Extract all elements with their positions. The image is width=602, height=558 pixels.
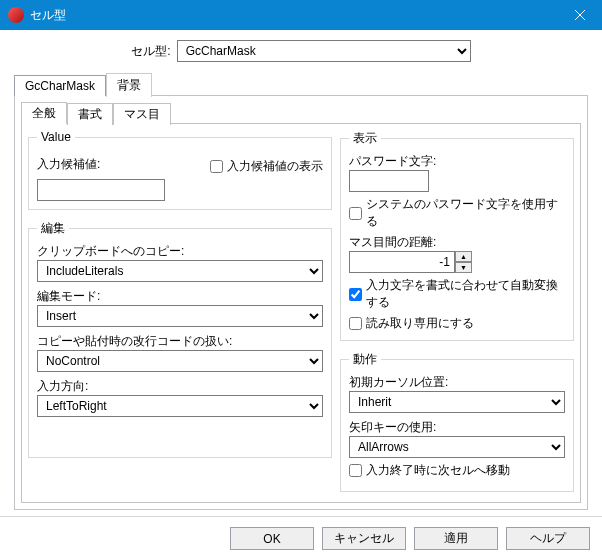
app-icon xyxy=(8,7,24,23)
syspw-text: システムのパスワード文字を使用する xyxy=(366,196,565,230)
main-tabs: GcCharMask 背景 xyxy=(14,72,588,96)
group-value-legend: Value xyxy=(37,130,75,144)
tab-label: GcCharMask xyxy=(25,79,95,93)
close-button[interactable] xyxy=(557,0,602,30)
clipboard-select[interactable]: IncludeLiterals xyxy=(37,260,323,282)
cancel-button[interactable]: キャンセル xyxy=(322,527,406,550)
autoconvert-text: 入力文字を書式に合わせて自動変換する xyxy=(366,277,565,311)
autoconvert-chk[interactable]: 入力文字を書式に合わせて自動変換する xyxy=(349,277,565,311)
readonly-chk[interactable]: 読み取り専用にする xyxy=(349,315,565,332)
title-bar: セル型 xyxy=(0,0,602,30)
syspw-chk[interactable]: システムのパスワード文字を使用する xyxy=(349,196,565,230)
spacing-up[interactable]: ▲ xyxy=(455,251,472,262)
group-edit-legend: 編集 xyxy=(37,220,69,237)
tab-general[interactable]: 全般 xyxy=(21,102,67,124)
tab-label: 全般 xyxy=(32,106,56,120)
window-title: セル型 xyxy=(30,7,557,24)
close-icon xyxy=(575,10,585,20)
tab-label: マス目 xyxy=(124,107,160,121)
help-button[interactable]: ヘルプ xyxy=(506,527,590,550)
ok-button[interactable]: OK xyxy=(230,527,314,550)
input-cand-label: 入力候補値: xyxy=(37,156,100,173)
spacing-field[interactable] xyxy=(349,251,455,273)
group-value: Value 入力候補値: 入力候補値の表示 xyxy=(28,130,332,210)
show-cand-text: 入力候補値の表示 xyxy=(227,158,323,175)
apply-button[interactable]: 適用 xyxy=(414,527,498,550)
tab-gccharmask[interactable]: GcCharMask xyxy=(14,75,106,96)
exit-chk[interactable]: 入力終了時に次セルへ移動 xyxy=(349,462,565,479)
tab-label: 書式 xyxy=(78,107,102,121)
tab-masu[interactable]: マス目 xyxy=(113,103,171,125)
readonly-checkbox[interactable] xyxy=(349,317,362,330)
direction-label: 入力方向: xyxy=(37,378,323,395)
readonly-text: 読み取り専用にする xyxy=(366,315,474,332)
celltype-select[interactable]: GcCharMask xyxy=(177,40,471,62)
spacing-label: マス目間の距離: xyxy=(349,234,565,251)
group-display: 表示 パスワード文字: システムのパスワード文字を使用する マス目間の距離: ▲ xyxy=(340,130,574,341)
tab-label: 背景 xyxy=(117,78,141,92)
group-edit: 編集 クリップボードへのコピー: IncludeLiterals 編集モード: … xyxy=(28,220,332,458)
tab-background[interactable]: 背景 xyxy=(106,73,152,97)
editmode-select[interactable]: Insert xyxy=(37,305,323,327)
linebreak-label: コピーや貼付時の改行コードの扱い: xyxy=(37,333,323,350)
group-display-legend: 表示 xyxy=(349,130,381,147)
syspw-checkbox[interactable] xyxy=(349,207,362,220)
editmode-label: 編集モード: xyxy=(37,288,323,305)
group-action-legend: 動作 xyxy=(349,351,381,368)
password-label: パスワード文字: xyxy=(349,153,565,170)
spacing-down[interactable]: ▼ xyxy=(455,262,472,273)
group-action: 動作 初期カーソル位置: Inherit 矢印キーの使用: AllArrows … xyxy=(340,351,574,492)
linebreak-select[interactable]: NoControl xyxy=(37,350,323,372)
cursor-label: 初期カーソル位置: xyxy=(349,374,565,391)
autoconvert-checkbox[interactable] xyxy=(349,288,362,301)
dialog-footer: OK キャンセル 適用 ヘルプ xyxy=(0,516,602,558)
tab-format[interactable]: 書式 xyxy=(67,103,113,125)
show-cand-checkbox[interactable] xyxy=(210,160,223,173)
arrow-label: 矢印キーの使用: xyxy=(349,419,565,436)
direction-select[interactable]: LeftToRight xyxy=(37,395,323,417)
arrow-select[interactable]: AllArrows xyxy=(349,436,565,458)
cursor-select[interactable]: Inherit xyxy=(349,391,565,413)
sub-tabs: 全般 書式 マス目 xyxy=(21,102,581,124)
password-field[interactable] xyxy=(349,170,429,192)
clipboard-label: クリップボードへのコピー: xyxy=(37,243,323,260)
exit-text: 入力終了時に次セルへ移動 xyxy=(366,462,510,479)
celltype-label: セル型: xyxy=(131,43,170,60)
show-cand-chk[interactable]: 入力候補値の表示 xyxy=(210,158,323,175)
exit-checkbox[interactable] xyxy=(349,464,362,477)
input-cand-field[interactable] xyxy=(37,179,165,201)
